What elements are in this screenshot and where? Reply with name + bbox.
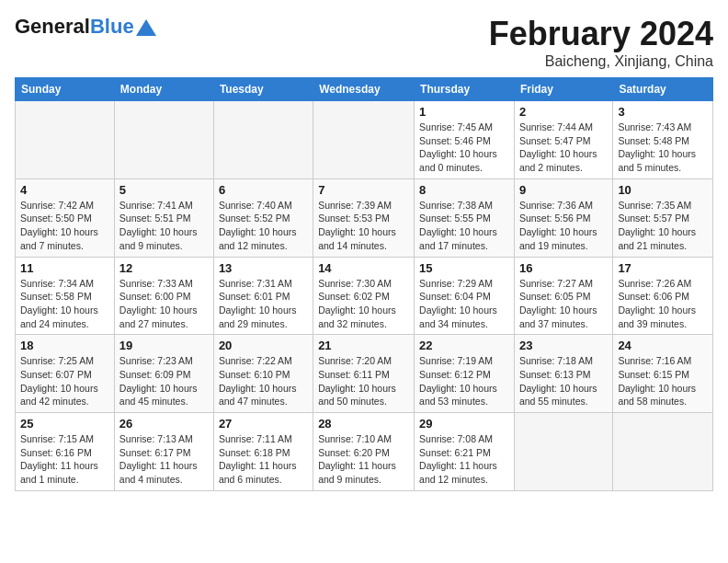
day-info: Sunrise: 7:38 AMSunset: 5:55 PMDaylight:… (419, 199, 509, 253)
calendar-cell: 27Sunrise: 7:11 AMSunset: 6:18 PMDayligh… (213, 413, 313, 491)
weekday-header: Friday (514, 78, 612, 101)
calendar-cell: 9Sunrise: 7:36 AMSunset: 5:56 PMDaylight… (514, 178, 612, 257)
day-info: Sunrise: 7:35 AMSunset: 5:57 PMDaylight:… (618, 199, 708, 253)
day-number: 16 (519, 261, 608, 275)
calendar-cell: 21Sunrise: 7:20 AMSunset: 6:11 PMDayligh… (313, 335, 415, 413)
day-number: 24 (618, 339, 708, 352)
header: GeneralBlue February 2024 Baicheng, Xinj… (15, 15, 713, 70)
day-info: Sunrise: 7:08 AMSunset: 6:21 PMDaylight:… (419, 432, 509, 487)
day-number: 19 (119, 339, 209, 352)
day-number: 12 (119, 261, 209, 275)
calendar-cell: 28Sunrise: 7:10 AMSunset: 6:20 PMDayligh… (313, 413, 415, 491)
calendar-cell: 12Sunrise: 7:33 AMSunset: 6:00 PMDayligh… (114, 257, 213, 335)
calendar-cell: 18Sunrise: 7:25 AMSunset: 6:07 PMDayligh… (16, 335, 115, 413)
calendar-cell: 26Sunrise: 7:13 AMSunset: 6:17 PMDayligh… (114, 413, 213, 491)
calendar-cell: 14Sunrise: 7:30 AMSunset: 6:02 PMDayligh… (313, 257, 415, 335)
day-number: 2 (519, 105, 608, 119)
calendar-cell: 11Sunrise: 7:34 AMSunset: 5:58 PMDayligh… (16, 257, 115, 335)
day-info: Sunrise: 7:10 AMSunset: 6:20 PMDaylight:… (318, 432, 409, 487)
day-info: Sunrise: 7:42 AMSunset: 5:50 PMDaylight:… (20, 199, 109, 253)
day-number: 25 (20, 417, 109, 431)
calendar-cell: 24Sunrise: 7:16 AMSunset: 6:15 PMDayligh… (613, 335, 713, 413)
day-number: 27 (219, 417, 308, 431)
weekday-header: Sunday (16, 78, 115, 101)
day-info: Sunrise: 7:40 AMSunset: 5:52 PMDaylight:… (219, 199, 308, 253)
day-info: Sunrise: 7:19 AMSunset: 6:12 PMDaylight:… (419, 354, 509, 408)
day-number: 6 (219, 183, 308, 197)
day-number: 28 (318, 417, 409, 431)
day-info: Sunrise: 7:29 AMSunset: 6:04 PMDaylight:… (419, 277, 509, 331)
day-info: Sunrise: 7:30 AMSunset: 6:02 PMDaylight:… (318, 277, 409, 331)
calendar-cell (514, 413, 612, 491)
day-number: 1 (419, 105, 509, 119)
day-number: 7 (318, 183, 409, 197)
weekday-header: Monday (114, 78, 213, 101)
day-info: Sunrise: 7:18 AMSunset: 6:13 PMDaylight:… (519, 354, 608, 408)
logo-blue: Blue (90, 15, 134, 38)
day-number: 17 (618, 261, 708, 275)
day-number: 3 (618, 105, 708, 119)
calendar-cell: 10Sunrise: 7:35 AMSunset: 5:57 PMDayligh… (613, 178, 713, 257)
calendar-cell: 25Sunrise: 7:15 AMSunset: 6:16 PMDayligh… (16, 413, 115, 491)
day-info: Sunrise: 7:39 AMSunset: 5:53 PMDaylight:… (318, 199, 409, 253)
calendar-cell: 17Sunrise: 7:26 AMSunset: 6:06 PMDayligh… (613, 257, 713, 335)
day-info: Sunrise: 7:26 AMSunset: 6:06 PMDaylight:… (618, 277, 708, 331)
day-info: Sunrise: 7:23 AMSunset: 6:09 PMDaylight:… (119, 354, 209, 408)
svg-marker-0 (136, 19, 156, 36)
day-info: Sunrise: 7:33 AMSunset: 6:00 PMDaylight:… (119, 277, 209, 331)
day-info: Sunrise: 7:41 AMSunset: 5:51 PMDaylight:… (119, 199, 209, 253)
calendar-cell: 16Sunrise: 7:27 AMSunset: 6:05 PMDayligh… (514, 257, 612, 335)
day-info: Sunrise: 7:22 AMSunset: 6:10 PMDaylight:… (219, 354, 308, 408)
weekday-header: Saturday (613, 78, 713, 101)
calendar-cell: 13Sunrise: 7:31 AMSunset: 6:01 PMDayligh… (213, 257, 313, 335)
calendar-cell: 23Sunrise: 7:18 AMSunset: 6:13 PMDayligh… (514, 335, 612, 413)
day-info: Sunrise: 7:13 AMSunset: 6:17 PMDaylight:… (119, 432, 209, 487)
calendar-cell: 19Sunrise: 7:23 AMSunset: 6:09 PMDayligh… (114, 335, 213, 413)
calendar-cell (16, 101, 115, 179)
day-number: 4 (20, 183, 109, 197)
day-number: 23 (519, 339, 608, 352)
day-number: 13 (219, 261, 308, 275)
logo-general: General (15, 15, 90, 38)
location-title: Baicheng, Xinjiang, China (489, 53, 713, 70)
day-number: 10 (618, 183, 708, 197)
day-info: Sunrise: 7:11 AMSunset: 6:18 PMDaylight:… (219, 432, 308, 487)
day-number: 9 (519, 183, 608, 197)
calendar-cell: 1Sunrise: 7:45 AMSunset: 5:46 PMDaylight… (415, 101, 515, 179)
calendar-cell: 8Sunrise: 7:38 AMSunset: 5:55 PMDaylight… (415, 178, 515, 257)
day-number: 5 (119, 183, 209, 197)
day-info: Sunrise: 7:34 AMSunset: 5:58 PMDaylight:… (20, 277, 109, 331)
calendar: SundayMondayTuesdayWednesdayThursdayFrid… (15, 77, 713, 491)
logo: GeneralBlue (15, 15, 156, 39)
logo-icon (136, 19, 156, 36)
day-info: Sunrise: 7:45 AMSunset: 5:46 PMDaylight:… (419, 121, 509, 175)
calendar-body: 1Sunrise: 7:45 AMSunset: 5:46 PMDaylight… (16, 101, 713, 491)
logo-text: GeneralBlue (15, 15, 134, 39)
weekday-header: Tuesday (213, 78, 313, 101)
day-info: Sunrise: 7:20 AMSunset: 6:11 PMDaylight:… (318, 354, 409, 408)
weekday-row: SundayMondayTuesdayWednesdayThursdayFrid… (16, 78, 713, 101)
day-number: 21 (318, 339, 409, 352)
day-info: Sunrise: 7:16 AMSunset: 6:15 PMDaylight:… (618, 354, 708, 408)
day-number: 8 (419, 183, 509, 197)
day-number: 29 (419, 417, 509, 431)
calendar-cell (114, 101, 213, 179)
day-info: Sunrise: 7:36 AMSunset: 5:56 PMDaylight:… (519, 199, 608, 253)
day-number: 15 (419, 261, 509, 275)
calendar-week: 4Sunrise: 7:42 AMSunset: 5:50 PMDaylight… (16, 178, 713, 257)
calendar-cell: 3Sunrise: 7:43 AMSunset: 5:48 PMDaylight… (613, 101, 713, 179)
calendar-cell (213, 101, 313, 179)
day-number: 22 (419, 339, 509, 352)
calendar-cell: 4Sunrise: 7:42 AMSunset: 5:50 PMDaylight… (16, 178, 115, 257)
calendar-week: 25Sunrise: 7:15 AMSunset: 6:16 PMDayligh… (16, 413, 713, 491)
calendar-week: 18Sunrise: 7:25 AMSunset: 6:07 PMDayligh… (16, 335, 713, 413)
calendar-cell: 5Sunrise: 7:41 AMSunset: 5:51 PMDaylight… (114, 178, 213, 257)
day-number: 26 (119, 417, 209, 431)
day-info: Sunrise: 7:31 AMSunset: 6:01 PMDaylight:… (219, 277, 308, 331)
calendar-cell (613, 413, 713, 491)
calendar-cell: 7Sunrise: 7:39 AMSunset: 5:53 PMDaylight… (313, 178, 415, 257)
calendar-cell: 2Sunrise: 7:44 AMSunset: 5:47 PMDaylight… (514, 101, 612, 179)
weekday-header: Thursday (415, 78, 515, 101)
calendar-cell: 6Sunrise: 7:40 AMSunset: 5:52 PMDaylight… (213, 178, 313, 257)
calendar-header: SundayMondayTuesdayWednesdayThursdayFrid… (16, 78, 713, 101)
